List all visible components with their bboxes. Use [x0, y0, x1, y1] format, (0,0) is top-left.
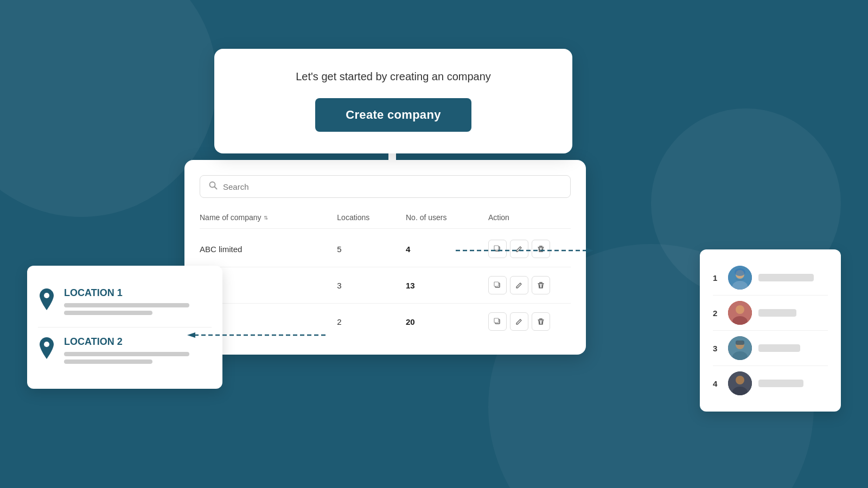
svg-point-26	[736, 376, 744, 384]
users-3: 20	[406, 317, 488, 326]
user-avatar-2	[728, 301, 752, 325]
location-line-2b	[64, 359, 152, 364]
col-action: Action	[488, 213, 571, 222]
top-card-subtitle: Let's get started by creating an company	[258, 70, 529, 83]
avatar-image-3	[728, 336, 752, 360]
user-avatar-4	[728, 371, 752, 395]
user-name-blur-1	[758, 274, 814, 281]
locations-2: 3	[337, 281, 406, 290]
user-row-2: 2	[713, 296, 828, 331]
location-info-1: LOCATION 1	[64, 287, 212, 318]
svg-marker-9	[586, 248, 594, 253]
svg-rect-5	[494, 282, 499, 286]
svg-line-1	[215, 187, 217, 189]
create-company-button[interactable]: Create company	[315, 98, 471, 132]
location-pin-icon-1	[38, 288, 55, 310]
dashed-arrow-left	[184, 330, 326, 341]
location-info-2: LOCATION 2	[64, 336, 212, 367]
location-pin-icon-2	[38, 337, 55, 359]
user-name-blur-3	[758, 344, 800, 352]
location-line-2a	[64, 352, 189, 356]
copy-button-3[interactable]	[488, 312, 507, 331]
svg-rect-7	[494, 318, 499, 323]
users-2: 13	[406, 281, 488, 290]
user-num-1: 1	[713, 273, 722, 282]
locations-3: 2	[337, 317, 406, 326]
svg-rect-24	[736, 341, 744, 345]
dashed-arrow-right	[456, 245, 597, 256]
svg-point-19	[736, 305, 744, 314]
action-btns-3	[488, 312, 571, 331]
user-num-2: 2	[713, 309, 722, 318]
svg-point-17	[735, 268, 745, 276]
user-row-3: 3	[713, 331, 828, 366]
search-icon	[209, 181, 218, 192]
svg-point-13	[44, 342, 49, 347]
user-num-3: 3	[713, 344, 722, 353]
edit-button-3[interactable]	[510, 312, 528, 331]
user-name-blur-2	[758, 309, 796, 317]
edit-button-2[interactable]	[510, 276, 528, 294]
delete-button-3[interactable]	[532, 312, 550, 331]
user-row-4: 4	[713, 366, 828, 401]
avatar-image-4	[728, 371, 752, 395]
search-bar[interactable]	[200, 175, 571, 198]
sort-icon: ⇅	[264, 215, 268, 221]
action-btns-2	[488, 276, 571, 294]
user-avatar-3	[728, 336, 752, 360]
delete-button-2[interactable]	[532, 276, 550, 294]
col-company-name: Name of company ⇅	[200, 213, 337, 222]
avatar-image-2	[728, 301, 752, 325]
top-card: Let's get started by creating an company…	[214, 49, 572, 153]
location-panel: LOCATION 1 LOCATION 2	[27, 266, 222, 389]
location-name-1: LOCATION 1	[64, 287, 212, 299]
company-name-1: ABC limited	[200, 245, 337, 254]
copy-button-2[interactable]	[488, 276, 507, 294]
table-card: Name of company ⇅ Locations No. of users…	[184, 160, 586, 355]
avatar-image-1	[728, 266, 752, 290]
search-input[interactable]	[223, 182, 561, 191]
table-header: Name of company ⇅ Locations No. of users…	[200, 209, 571, 229]
user-name-blur-4	[758, 380, 803, 387]
location-line-1b	[64, 311, 152, 315]
col-users: No. of users	[406, 213, 488, 222]
table-row: oduct 3 13	[200, 267, 571, 304]
locations-1: 5	[337, 245, 406, 254]
svg-marker-11	[187, 332, 195, 338]
user-num-4: 4	[713, 379, 722, 388]
svg-point-12	[44, 293, 49, 298]
col-locations: Locations	[337, 213, 406, 222]
users-panel: 1 2	[700, 249, 841, 412]
user-avatar-1	[728, 266, 752, 290]
location-item-1: LOCATION 1	[38, 279, 212, 328]
location-line-1a	[64, 303, 189, 307]
user-row-1: 1	[713, 260, 828, 296]
